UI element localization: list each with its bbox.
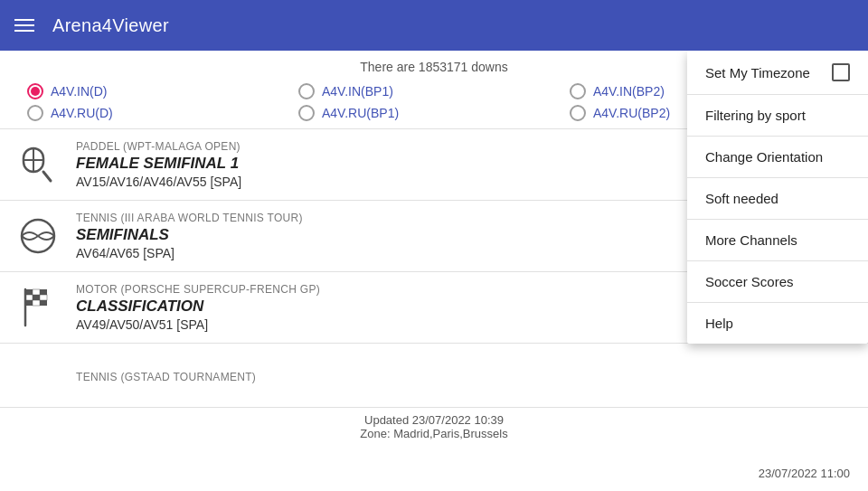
event-info-gstaad: TENNIS (GSTAAD TOURNAMENT) [76, 371, 854, 385]
radio-label-a4v-in-bp1: A4V.IN(BP1) [322, 84, 393, 99]
svg-line-3 [43, 172, 51, 181]
radio-circle-a4v-ru-d [27, 105, 43, 121]
downs-count-text: There are 1853171 downs [360, 60, 507, 74]
svg-rect-7 [40, 289, 47, 295]
radio-label-a4v-ru-d: A4V.RU(D) [51, 106, 113, 120]
radio-label-a4v-in-d: A4V.IN(D) [51, 84, 108, 99]
radio-a4v-ru-bp1[interactable]: A4V.RU(BP1) [298, 105, 570, 121]
app-header: Arena4Viewer [0, 0, 868, 51]
svg-rect-6 [33, 289, 40, 295]
radio-label-a4v-ru-bp1: A4V.RU(BP1) [322, 106, 399, 120]
radio-circle-a4v-in-bp1 [298, 83, 315, 99]
paddle-icon [14, 141, 61, 188]
footer-timestamp: 23/07/2022 11:00 [759, 467, 850, 480]
tennis-ball-icon [14, 212, 61, 260]
menu-label-timezone: Set My Timezone [705, 65, 810, 80]
menu-label-channels: More Channels [705, 232, 797, 248]
radio-a4v-ru-d[interactable]: A4V.RU(D) [27, 105, 298, 121]
menu-label-filtering: Filtering by sport [705, 108, 806, 123]
menu-label-soccer: Soccer Scores [705, 274, 794, 289]
main-content: There are 1853171 downs A4V.IN(D) A4V.IN… [0, 51, 868, 491]
radio-circle-a4v-ru-bp2 [570, 105, 586, 121]
event-item-gstaad[interactable]: TENNIS (GSTAAD TOURNAMENT) [0, 344, 868, 408]
app-title: Arena4Viewer [52, 15, 169, 36]
radio-label-a4v-ru-bp2: A4V.RU(BP2) [593, 106, 670, 120]
menu-label-orientation: Change Orientation [705, 149, 823, 165]
menu-checkbox-timezone[interactable] [832, 63, 850, 81]
menu-item-channels[interactable]: More Channels [687, 220, 868, 260]
menu-label-soft: Soft needed [705, 191, 778, 206]
menu-item-filtering[interactable]: Filtering by sport [687, 95, 868, 136]
menu-item-orientation[interactable]: Change Orientation [687, 137, 868, 177]
radio-circle-a4v-ru-bp1 [298, 105, 315, 121]
event-sport-gstaad: TENNIS (GSTAAD TOURNAMENT) [76, 371, 854, 383]
svg-rect-10 [40, 295, 47, 300]
menu-item-soccer[interactable]: Soccer Scores [687, 261, 868, 302]
menu-item-soft[interactable]: Soft needed [687, 178, 868, 219]
menu-item-help[interactable]: Help [687, 303, 868, 344]
radio-circle-a4v-in-d [27, 83, 43, 99]
footer-info: Updated 23/07/2022 10:39 Zone: Madrid,Pa… [0, 408, 868, 440]
menu-label-help: Help [705, 316, 733, 331]
checkered-flag-icon [14, 284, 61, 331]
svg-rect-12 [33, 300, 40, 306]
svg-rect-9 [33, 295, 40, 300]
radio-circle-a4v-in-bp2 [570, 83, 586, 99]
updated-text: Updated 23/07/2022 10:39 [0, 413, 868, 427]
radio-a4v-in-bp1[interactable]: A4V.IN(BP1) [298, 83, 570, 99]
zone-text: Zone: Madrid,Paris,Brussels [0, 427, 868, 440]
radio-a4v-in-d[interactable]: A4V.IN(D) [27, 83, 298, 99]
menu-item-timezone[interactable]: Set My Timezone [687, 51, 868, 94]
hamburger-menu-icon[interactable] [14, 19, 34, 32]
radio-label-a4v-in-bp2: A4V.IN(BP2) [593, 84, 665, 99]
svg-rect-13 [40, 300, 47, 306]
dropdown-menu: Set My Timezone Filtering by sport Chang… [687, 51, 868, 344]
tennis-icon-2 [14, 354, 61, 401]
